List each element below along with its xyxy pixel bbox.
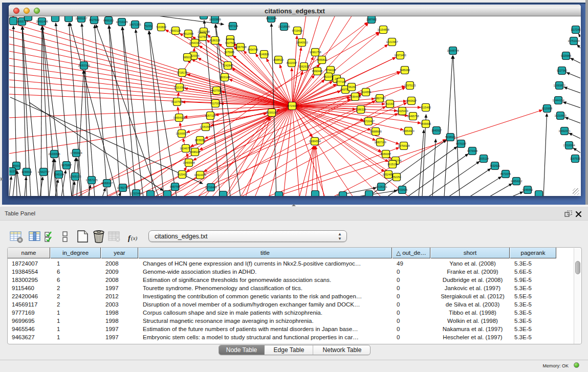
svg-text:3624554: 3624554	[361, 91, 371, 94]
svg-text:20053346: 20053346	[78, 64, 90, 67]
svg-text:8427552: 8427552	[211, 89, 222, 92]
svg-text:9242848: 9242848	[223, 64, 233, 67]
svg-text:9115460: 9115460	[421, 106, 431, 109]
svg-text:15720407: 15720407	[362, 120, 374, 123]
svg-text:8267110: 8267110	[205, 114, 215, 117]
svg-text:9227342: 9227342	[557, 69, 567, 72]
svg-text:3675685: 3675685	[224, 51, 234, 54]
svg-text:15409948: 15409948	[183, 161, 194, 164]
svg-text:8454749: 8454749	[248, 48, 258, 51]
svg-text:16210643: 16210643	[554, 114, 566, 117]
svg-text:12444154: 12444154	[552, 99, 564, 102]
svg-text:8912954: 8912954	[183, 32, 193, 35]
svg-text:1640917: 1640917	[431, 129, 442, 132]
svg-text:12505135: 12505135	[69, 175, 81, 178]
svg-text:12942737: 12942737	[37, 170, 49, 173]
svg-text:8813054: 8813054	[266, 17, 276, 20]
svg-text:12213363: 12213363	[173, 86, 185, 89]
svg-text:1345194: 1345194	[54, 173, 64, 176]
svg-text:9457791: 9457791	[170, 185, 180, 188]
svg-text:18807249: 18807249	[374, 141, 386, 144]
svg-text:85001: 85001	[13, 164, 20, 167]
svg-text:6794028: 6794028	[325, 69, 336, 72]
svg-text:10973493: 10973493	[394, 54, 406, 57]
svg-text:1117243: 1117243	[571, 28, 580, 31]
svg-text:17359924: 17359924	[70, 151, 82, 155]
svg-text:8471676: 8471676	[500, 172, 511, 176]
svg-text:15692971: 15692971	[558, 129, 570, 133]
svg-text:18724007: 18724007	[286, 104, 298, 107]
svg-text:19756928: 19756928	[398, 144, 409, 147]
svg-text:9474444: 9474444	[467, 149, 477, 152]
svg-text:2803144: 2803144	[220, 76, 230, 79]
svg-text:10961758: 10961758	[309, 51, 321, 54]
svg-text:18640910: 18640910	[296, 41, 308, 44]
svg-text:8322037: 8322037	[287, 61, 297, 64]
svg-text:7386322: 7386322	[356, 108, 366, 111]
svg-text:6479197: 6479197	[456, 142, 466, 145]
svg-text:10671355: 10671355	[129, 23, 141, 26]
svg-text:62160: 62160	[386, 102, 394, 105]
svg-text:2087662: 2087662	[366, 18, 377, 21]
svg-text:8719419: 8719419	[292, 29, 302, 32]
svg-text:9777169: 9777169	[336, 80, 346, 83]
svg-text:16154838: 16154838	[377, 28, 389, 31]
svg-text:19654925: 19654925	[173, 116, 185, 119]
svg-text:19654923: 19654923	[402, 129, 414, 133]
svg-text:16648784: 16648784	[447, 49, 459, 52]
svg-text:12975115: 12975115	[404, 84, 416, 87]
svg-text:9699695: 9699695	[421, 122, 431, 125]
svg-text:9463627: 9463627	[406, 99, 417, 102]
svg-text:1733426: 1733426	[397, 188, 407, 191]
svg-text:8990448: 8990448	[312, 70, 322, 73]
svg-text:7625402: 7625402	[177, 173, 187, 176]
svg-text:7955812: 7955812	[317, 58, 327, 61]
svg-text:1621072: 1621072	[323, 75, 334, 78]
svg-text:5938923: 5938923	[445, 136, 455, 139]
svg-text:10025433: 10025433	[396, 110, 408, 113]
svg-text:15716485: 15716485	[205, 186, 216, 189]
svg-text:10543362: 10543362	[189, 41, 201, 45]
svg-text:17957225: 17957225	[85, 179, 97, 182]
svg-text:16495758: 16495758	[407, 115, 419, 118]
svg-text:19166827: 19166827	[176, 132, 187, 135]
svg-text:1615132: 1615132	[387, 163, 398, 166]
svg-text:12093872: 12093872	[553, 84, 565, 87]
svg-text:746266: 746266	[347, 85, 356, 89]
svg-text:9329966: 9329966	[561, 54, 571, 57]
svg-text:9327508: 9327508	[225, 41, 235, 45]
svg-text:2935114: 2935114	[478, 157, 489, 160]
svg-text:16782759: 16782759	[117, 186, 128, 189]
svg-text:98901: 98901	[184, 56, 191, 59]
svg-text:25300203: 25300203	[266, 111, 277, 114]
svg-text:14136141: 14136141	[375, 185, 387, 188]
svg-text:7485063: 7485063	[400, 69, 410, 72]
svg-text:1527602: 1527602	[89, 18, 99, 21]
svg-text:2718176: 2718176	[177, 71, 187, 74]
svg-text:10807487: 10807487	[374, 97, 385, 100]
svg-text:20364436: 20364436	[349, 95, 361, 98]
svg-text:39157: 39157	[9, 170, 15, 173]
svg-text:7357224: 7357224	[228, 25, 238, 28]
svg-text:7163822: 7163822	[156, 26, 166, 29]
svg-text:17016504: 17016504	[563, 144, 575, 147]
svg-text:8215958: 8215958	[542, 107, 552, 110]
svg-text:23367608: 23367608	[234, 46, 246, 49]
svg-text:1156829: 1156829	[21, 170, 32, 173]
svg-text:20206536: 20206536	[48, 152, 60, 156]
svg-text:9146821: 9146821	[259, 53, 269, 56]
svg-text:9660124: 9660124	[170, 29, 181, 32]
svg-text:10655267: 10655267	[75, 17, 87, 20]
svg-text:5498222: 5498222	[190, 150, 200, 154]
svg-text:9117006: 9117006	[210, 102, 221, 105]
svg-text:(x): (x)	[131, 235, 138, 242]
svg-text:16033809: 16033809	[209, 18, 221, 21]
svg-text:20691406: 20691406	[36, 20, 48, 23]
svg-text:10719185: 10719185	[116, 20, 127, 24]
svg-text:19384554: 19384554	[309, 140, 320, 143]
svg-text:10688609: 10688609	[369, 130, 381, 133]
svg-text:1362615: 1362615	[299, 65, 309, 68]
svg-text:9245652: 9245652	[522, 188, 533, 191]
svg-text:12323468: 12323468	[130, 192, 142, 195]
svg-text:10654112: 10654112	[511, 180, 522, 183]
